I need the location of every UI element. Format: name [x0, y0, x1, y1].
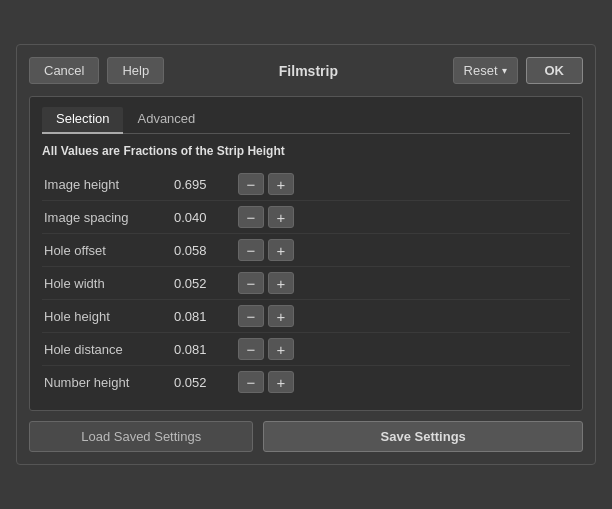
decrement-button-6[interactable]: −	[238, 371, 264, 393]
toolbar-left: Cancel Help	[29, 57, 164, 84]
field-label-2: Hole offset	[44, 243, 174, 258]
field-label-6: Number height	[44, 375, 174, 390]
field-label-1: Image spacing	[44, 210, 174, 225]
table-row: Hole height 0.081 − +	[42, 300, 570, 333]
table-row: Image spacing 0.040 − +	[42, 201, 570, 234]
tab-selection[interactable]: Selection	[42, 107, 123, 134]
table-row: Hole width 0.052 − +	[42, 267, 570, 300]
load-saved-settings-button[interactable]: Load Saved Settings	[29, 421, 253, 452]
subtitle: All Values are Fractions of the Strip He…	[42, 144, 570, 158]
increment-button-3[interactable]: +	[268, 272, 294, 294]
toolbar: Cancel Help Filmstrip Reset ▾ OK	[29, 57, 583, 84]
decrement-button-5[interactable]: −	[238, 338, 264, 360]
field-value-3: 0.052	[174, 276, 234, 291]
field-label-4: Hole height	[44, 309, 174, 324]
decrement-button-1[interactable]: −	[238, 206, 264, 228]
toolbar-center: Filmstrip	[172, 63, 444, 79]
toolbar-right: Reset ▾ OK	[453, 57, 583, 84]
decrement-button-2[interactable]: −	[238, 239, 264, 261]
main-panel: Selection Advanced All Values are Fracti…	[29, 96, 583, 411]
tab-bar: Selection Advanced	[42, 107, 570, 134]
increment-button-4[interactable]: +	[268, 305, 294, 327]
decrement-button-4[interactable]: −	[238, 305, 264, 327]
table-row: Image height 0.695 − +	[42, 168, 570, 201]
increment-button-1[interactable]: +	[268, 206, 294, 228]
increment-button-2[interactable]: +	[268, 239, 294, 261]
cancel-button[interactable]: Cancel	[29, 57, 99, 84]
decrement-button-0[interactable]: −	[238, 173, 264, 195]
field-value-4: 0.081	[174, 309, 234, 324]
dialog-title: Filmstrip	[279, 63, 338, 79]
field-value-2: 0.058	[174, 243, 234, 258]
field-value-6: 0.052	[174, 375, 234, 390]
decrement-button-3[interactable]: −	[238, 272, 264, 294]
increment-button-0[interactable]: +	[268, 173, 294, 195]
help-button[interactable]: Help	[107, 57, 164, 84]
table-row: Number height 0.052 − +	[42, 366, 570, 398]
footer: Load Saved Settings Save Settings	[29, 421, 583, 452]
field-value-5: 0.081	[174, 342, 234, 357]
chevron-down-icon: ▾	[502, 65, 507, 76]
increment-button-6[interactable]: +	[268, 371, 294, 393]
reset-label: Reset	[464, 63, 498, 78]
table-row: Hole distance 0.081 − +	[42, 333, 570, 366]
reset-button[interactable]: Reset ▾	[453, 57, 518, 84]
dialog: Cancel Help Filmstrip Reset ▾ OK Selecti…	[16, 44, 596, 465]
field-value-0: 0.695	[174, 177, 234, 192]
save-settings-button[interactable]: Save Settings	[263, 421, 583, 452]
fields-list: Image height 0.695 − + Image spacing 0.0…	[42, 168, 570, 398]
field-value-1: 0.040	[174, 210, 234, 225]
tab-advanced[interactable]: Advanced	[123, 107, 209, 134]
field-label-0: Image height	[44, 177, 174, 192]
field-label-5: Hole distance	[44, 342, 174, 357]
table-row: Hole offset 0.058 − +	[42, 234, 570, 267]
field-label-3: Hole width	[44, 276, 174, 291]
ok-button[interactable]: OK	[526, 57, 584, 84]
increment-button-5[interactable]: +	[268, 338, 294, 360]
